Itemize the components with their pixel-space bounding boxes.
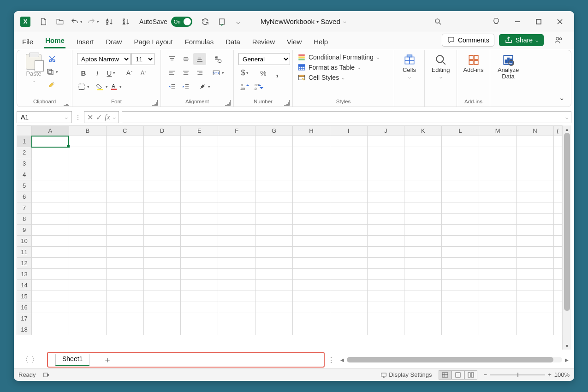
cell-L11[interactable] (442, 247, 479, 258)
orientation-icon[interactable]: ab (198, 81, 211, 93)
cell-M12[interactable] (479, 258, 517, 269)
cell-I2[interactable] (330, 147, 367, 158)
cell-K18[interactable] (404, 324, 442, 335)
cell-J14[interactable] (367, 280, 404, 291)
cell-A6[interactable] (32, 191, 69, 202)
cell-N7[interactable] (516, 202, 553, 214)
row-header-11[interactable]: 11 (17, 247, 32, 258)
tab-view[interactable]: View (286, 35, 303, 48)
cell-D8[interactable] (143, 214, 181, 225)
col-header-L[interactable]: L (442, 126, 479, 136)
cell-N14[interactable] (516, 280, 553, 291)
tab-file[interactable]: File (21, 35, 34, 48)
cell-I9[interactable] (330, 225, 367, 236)
cell-E15[interactable] (181, 291, 218, 302)
cells-button[interactable]: Cells ⌵ (399, 53, 420, 79)
row-header-15[interactable]: 15 (17, 291, 32, 302)
row-header-8[interactable]: 8 (17, 214, 32, 225)
cell-C2[interactable] (106, 147, 143, 158)
cell-M4[interactable] (479, 169, 517, 180)
zoom-level[interactable]: 100% (554, 371, 570, 378)
cancel-formula-icon[interactable]: ✕ (87, 113, 93, 122)
cell-I15[interactable] (330, 291, 367, 302)
cell-E4[interactable] (181, 169, 218, 180)
col-header-J[interactable]: J (367, 126, 404, 136)
cell-L4[interactable] (442, 169, 479, 180)
cell-A3[interactable] (32, 158, 69, 169)
cut-icon[interactable] (46, 53, 59, 65)
cell-F7[interactable] (218, 202, 255, 214)
cell-J12[interactable] (367, 258, 404, 269)
cell-F10[interactable] (218, 236, 255, 247)
cell-A4[interactable] (32, 169, 69, 180)
cell-G10[interactable] (255, 236, 293, 247)
increase-font-icon[interactable]: A˄ (123, 67, 136, 79)
cell-N5[interactable] (516, 180, 553, 191)
decrease-indent-icon[interactable] (166, 81, 178, 93)
cell-N13[interactable] (516, 269, 553, 280)
cell-K1[interactable] (404, 136, 442, 147)
cell-C13[interactable] (106, 269, 143, 280)
document-title[interactable]: MyNewWorkbook • Saved ⌵ (261, 18, 346, 25)
cell-F3[interactable] (218, 158, 255, 169)
cell-G9[interactable] (255, 225, 293, 236)
prev-sheet-icon[interactable]: 〈 (21, 355, 29, 365)
comments-button[interactable]: Comments (442, 34, 494, 47)
cell-D6[interactable] (143, 191, 181, 202)
cell-H12[interactable] (292, 258, 330, 269)
cell-G6[interactable] (255, 191, 293, 202)
cell-H6[interactable] (292, 191, 330, 202)
row-header-10[interactable]: 10 (17, 236, 32, 247)
number-format-select[interactable]: General (238, 53, 290, 65)
cell-G7[interactable] (255, 202, 293, 214)
cell-F18[interactable] (218, 324, 255, 335)
cell-C5[interactable] (106, 180, 143, 191)
cell-A18[interactable] (32, 324, 69, 335)
cell-L1[interactable] (442, 136, 479, 147)
cell-D4[interactable] (143, 169, 181, 180)
cell-D3[interactable] (143, 158, 181, 169)
alignment-dialog-launcher[interactable] (225, 100, 231, 106)
cell-J7[interactable] (367, 202, 404, 214)
open-file-icon[interactable] (53, 15, 66, 28)
cell-N9[interactable] (516, 225, 553, 236)
cell-M11[interactable] (479, 247, 517, 258)
sync-icon[interactable] (199, 15, 212, 28)
cell-B6[interactable] (69, 191, 106, 202)
font-color-icon[interactable]: A (109, 81, 122, 93)
cell-M6[interactable] (479, 191, 517, 202)
cell-I1[interactable] (330, 136, 367, 147)
cell-G4[interactable] (255, 169, 293, 180)
tab-insert[interactable]: Insert (76, 35, 95, 48)
cell-J5[interactable] (367, 180, 404, 191)
cell-I7[interactable] (330, 202, 367, 214)
cell-L7[interactable] (442, 202, 479, 214)
cell-L8[interactable] (442, 214, 479, 225)
cell-B5[interactable] (69, 180, 106, 191)
cell-A13[interactable] (32, 269, 69, 280)
cell-B18[interactable] (69, 324, 106, 335)
cell-I16[interactable] (330, 302, 367, 313)
cell-B15[interactable] (69, 291, 106, 302)
cell-C7[interactable] (106, 202, 143, 214)
cell-E16[interactable] (181, 302, 218, 313)
cell-I6[interactable] (330, 191, 367, 202)
cell-E10[interactable] (181, 236, 218, 247)
cell-F6[interactable] (218, 191, 255, 202)
cell-I5[interactable] (330, 180, 367, 191)
cell-N18[interactable] (516, 324, 553, 335)
cell-I11[interactable] (330, 247, 367, 258)
cell-J4[interactable] (367, 169, 404, 180)
cell-L16[interactable] (442, 302, 479, 313)
cell-B3[interactable] (69, 158, 106, 169)
font-name-select[interactable]: Aptos Narrow (77, 53, 131, 65)
row-header-18[interactable]: 18 (17, 324, 32, 335)
cell-J18[interactable] (367, 324, 404, 335)
cell-D12[interactable] (143, 258, 181, 269)
cell-G13[interactable] (255, 269, 293, 280)
cell-C1[interactable] (106, 136, 143, 147)
cell-C10[interactable] (106, 236, 143, 247)
cell-G5[interactable] (255, 180, 293, 191)
bold-button[interactable]: B (77, 67, 90, 79)
cell-D5[interactable] (143, 180, 181, 191)
